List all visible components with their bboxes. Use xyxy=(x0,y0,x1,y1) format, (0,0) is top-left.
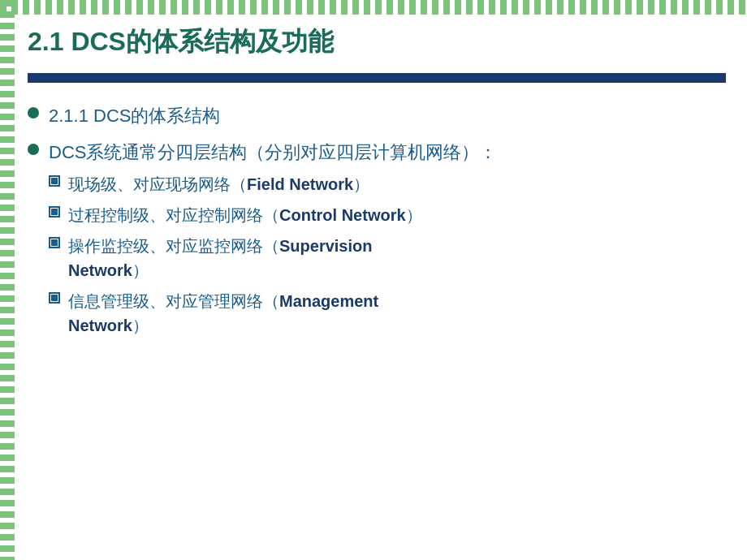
sub-text-4: 信息管理级、对应管理网络（Management Network） xyxy=(68,289,378,338)
bullet-item-1: 2.1.1 DCS的体系结构 xyxy=(19,102,747,129)
sub-en-3: Supervision xyxy=(279,237,372,255)
bullet-text-2: DCS系统通常分四层结构（分别对应四层计算机网络）： xyxy=(49,139,497,166)
sub-text-1: 现场级、对应现场网络（Field Network） xyxy=(68,172,369,196)
sub-checkbox-2 xyxy=(49,206,60,218)
sub-en-3b: Network xyxy=(68,261,132,279)
sub-checkbox-4 xyxy=(49,292,60,304)
bullet-dot-2 xyxy=(28,144,39,155)
sub-item-1: 现场级、对应现场网络（Field Network） xyxy=(49,172,422,196)
sub-text-3: 操作监控级、对应监控网络（Supervision Network） xyxy=(68,234,372,282)
sub-en-2: Control Network xyxy=(279,206,406,224)
sub-checkbox-3 xyxy=(49,237,60,248)
sub-en-4b: Network xyxy=(68,317,132,334)
sub-en-1: Field Network xyxy=(247,175,353,193)
border-top-decoration xyxy=(0,0,747,15)
main-bullet-list: 2.1.1 DCS的体系结构 DCS系统通常分四层结构（分别对应四层计算机网络）… xyxy=(19,102,747,354)
sub-item-4: 信息管理级、对应管理网络（Management Network） xyxy=(49,289,422,338)
sub-item-2: 过程控制级、对应控制网络（Control Network） xyxy=(49,203,422,227)
bullet-dot-1 xyxy=(28,107,39,118)
bullet-text-1: 2.1.1 DCS的体系结构 xyxy=(49,102,221,129)
sub-en-4: Management xyxy=(279,292,378,310)
slide-title: 2.1 DCS的体系结构及功能 xyxy=(19,24,747,60)
slide: 2.1 DCS的体系结构及功能 2.1.1 DCS的体系结构 DCS系统通常分四… xyxy=(0,0,747,560)
decorative-bar xyxy=(28,73,726,83)
sub-item-3: 操作监控级、对应监控网络（Supervision Network） xyxy=(49,234,422,282)
bullet-item-2: DCS系统通常分四层结构（分别对应四层计算机网络）： 现场级、对应现场网络（Fi… xyxy=(19,139,747,344)
sub-bullet-list: 现场级、对应现场网络（Field Network） 过程控制级、对应控制网络（C… xyxy=(49,172,422,344)
border-left-decoration xyxy=(0,0,15,560)
sub-checkbox-1 xyxy=(49,175,60,187)
content-area: 2.1 DCS的体系结构及功能 2.1.1 DCS的体系结构 DCS系统通常分四… xyxy=(19,16,747,560)
sub-text-2: 过程控制级、对应控制网络（Control Network） xyxy=(68,203,422,227)
